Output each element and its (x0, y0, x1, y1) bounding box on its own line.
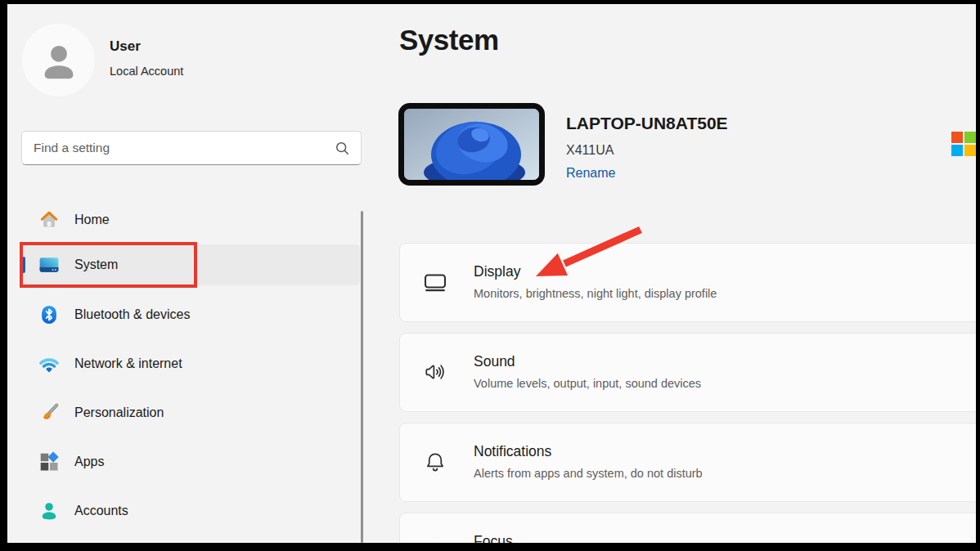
person-icon (35, 37, 83, 84)
windows-bloom-image (404, 109, 539, 180)
device-name: LAPTOP-UN8AT50E (566, 114, 728, 133)
card-subtitle: Volume levels, output, input, sound devi… (474, 377, 701, 390)
settings-card-focus[interactable]: Focus (399, 513, 976, 543)
settings-card-notifications[interactable]: Notifications Alerts from apps and syste… (399, 423, 976, 502)
sidebar-item-label: System (74, 258, 118, 272)
bluetooth-icon (38, 304, 60, 325)
sidebar-item-label: Accounts (74, 504, 128, 518)
personalization-icon (38, 402, 60, 423)
sidebar-scrollbar[interactable] (361, 211, 363, 543)
microsoft-logo-icon (951, 132, 976, 156)
sidebar-item-label: Apps (74, 455, 104, 469)
sidebar-item-personalization[interactable]: Personalization (21, 392, 360, 433)
sidebar-item-label: Bluetooth & devices (74, 307, 190, 322)
device-thumbnail (398, 103, 545, 186)
sidebar-item-label: Home (74, 213, 110, 227)
card-title: Sound (474, 353, 515, 370)
search-box (21, 131, 362, 165)
card-subtitle: Monitors, brightness, night light, displ… (474, 287, 717, 300)
settings-card-display[interactable]: Display Monitors, brightness, night ligh… (399, 243, 976, 322)
user-subtitle: Local Account (110, 65, 183, 78)
user-name: User (110, 38, 141, 55)
sidebar-item-home[interactable]: Home (21, 199, 360, 240)
avatar[interactable] (22, 24, 95, 96)
rename-link[interactable]: Rename (566, 166, 615, 181)
sidebar-item-accounts[interactable]: Accounts (21, 491, 360, 531)
search-icon (334, 140, 351, 157)
apps-icon (38, 451, 60, 473)
network-icon (38, 353, 60, 374)
sidebar-item-network[interactable]: Network & internet (21, 343, 360, 384)
sidebar-item-partial[interactable] (21, 540, 360, 543)
settings-card-sound[interactable]: Sound Volume levels, output, input, soun… (399, 333, 976, 412)
search-input[interactable] (22, 132, 361, 164)
page-title: System (399, 24, 499, 56)
device-model: X411UA (566, 143, 614, 158)
card-title: Focus (474, 533, 513, 543)
notifications-icon (423, 450, 447, 474)
sidebar-item-bluetooth[interactable]: Bluetooth & devices (21, 294, 360, 335)
sound-icon (423, 360, 447, 384)
card-title: Display (474, 263, 520, 280)
display-icon (423, 270, 447, 294)
home-icon (38, 209, 60, 231)
sidebar-item-label: Personalization (74, 405, 164, 420)
system-icon (38, 254, 60, 276)
sidebar-item-label: Network & internet (74, 356, 182, 371)
settings-window: User Local Account Home (7, 4, 976, 543)
card-title: Notifications (474, 443, 551, 460)
card-subtitle: Alerts from apps and system, do not dist… (474, 467, 703, 480)
selection-indicator (22, 257, 25, 273)
accounts-icon (38, 500, 60, 522)
sidebar-item-apps[interactable]: Apps (21, 441, 360, 482)
focus-icon (423, 540, 447, 543)
sidebar-item-system[interactable]: System (21, 244, 360, 285)
